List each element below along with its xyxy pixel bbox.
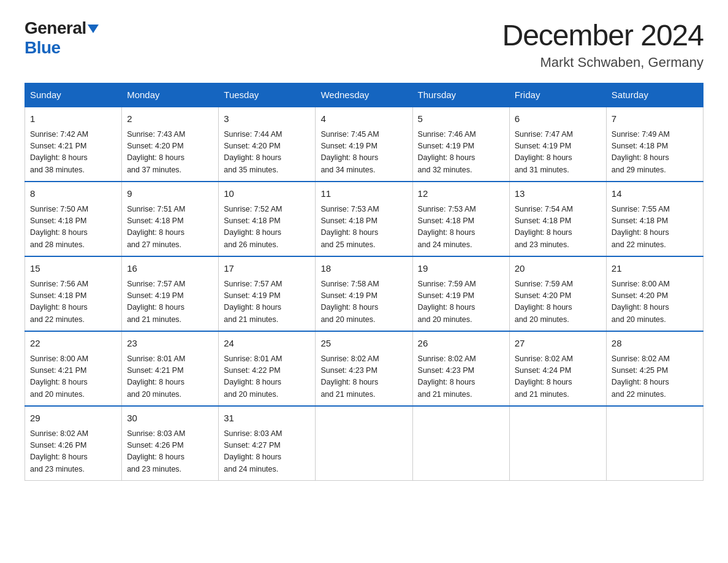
day-info: Sunrise: 8:02 AMSunset: 4:23 PMDaylight:… [320, 353, 407, 401]
day-number: 27 [515, 337, 601, 351]
day-info: Sunrise: 8:00 AMSunset: 4:20 PMDaylight:… [612, 278, 698, 326]
day-info: Sunrise: 7:56 AMSunset: 4:18 PMDaylight:… [30, 278, 116, 326]
day-number: 3 [224, 112, 310, 126]
day-cell: 15Sunrise: 7:56 AMSunset: 4:18 PMDayligh… [25, 256, 122, 331]
day-number: 29 [30, 412, 116, 426]
day-number: 19 [418, 262, 504, 276]
day-info: Sunrise: 7:42 AMSunset: 4:21 PMDaylight:… [30, 129, 116, 177]
day-cell: 23Sunrise: 8:01 AMSunset: 4:21 PMDayligh… [122, 331, 219, 406]
day-info: Sunrise: 7:53 AMSunset: 4:18 PMDaylight:… [320, 204, 407, 251]
day-number: 8 [30, 187, 116, 201]
week-row-4: 22Sunrise: 8:00 AMSunset: 4:21 PMDayligh… [25, 331, 703, 406]
day-number: 17 [224, 262, 310, 276]
day-cell: 9Sunrise: 7:51 AMSunset: 4:18 PMDaylight… [122, 182, 219, 256]
day-cell: 3Sunrise: 7:44 AMSunset: 4:20 PMDaylight… [219, 107, 316, 182]
day-info: Sunrise: 8:02 AMSunset: 4:26 PMDaylight:… [30, 428, 116, 476]
day-number: 31 [224, 412, 310, 426]
col-header-thursday: Thursday [412, 83, 509, 107]
day-number: 15 [30, 262, 116, 276]
day-info: Sunrise: 8:03 AMSunset: 4:27 PMDaylight:… [224, 428, 310, 476]
title-section: December 2024 Markt Schwaben, Germany [502, 18, 703, 71]
day-cell: 17Sunrise: 7:57 AMSunset: 4:19 PMDayligh… [219, 256, 316, 331]
day-cell: 30Sunrise: 8:03 AMSunset: 4:26 PMDayligh… [122, 406, 219, 481]
day-cell: 6Sunrise: 7:47 AMSunset: 4:19 PMDaylight… [509, 107, 606, 182]
day-number: 5 [418, 112, 504, 126]
day-number: 26 [418, 337, 504, 351]
day-number: 13 [515, 187, 601, 201]
day-info: Sunrise: 7:47 AMSunset: 4:19 PMDaylight:… [515, 129, 601, 177]
week-row-3: 15Sunrise: 7:56 AMSunset: 4:18 PMDayligh… [25, 256, 703, 331]
day-number: 16 [127, 262, 213, 276]
day-info: Sunrise: 7:51 AMSunset: 4:18 PMDaylight:… [127, 204, 213, 251]
day-info: Sunrise: 7:46 AMSunset: 4:19 PMDaylight:… [418, 129, 504, 177]
logo-triangle-icon [88, 25, 99, 33]
day-number: 20 [515, 262, 601, 276]
day-info: Sunrise: 7:43 AMSunset: 4:20 PMDaylight:… [127, 129, 213, 177]
day-info: Sunrise: 7:49 AMSunset: 4:18 PMDaylight:… [612, 129, 698, 177]
day-number: 1 [30, 112, 116, 126]
day-info: Sunrise: 7:59 AMSunset: 4:20 PMDaylight:… [515, 278, 601, 326]
day-cell: 4Sunrise: 7:45 AMSunset: 4:19 PMDaylight… [316, 107, 412, 182]
day-info: Sunrise: 7:44 AMSunset: 4:20 PMDaylight:… [224, 129, 310, 177]
day-info: Sunrise: 8:01 AMSunset: 4:22 PMDaylight:… [224, 353, 310, 401]
day-cell: 11Sunrise: 7:53 AMSunset: 4:18 PMDayligh… [316, 182, 412, 256]
day-cell [606, 406, 703, 481]
day-cell: 5Sunrise: 7:46 AMSunset: 4:19 PMDaylight… [412, 107, 509, 182]
day-cell: 2Sunrise: 7:43 AMSunset: 4:20 PMDaylight… [122, 107, 219, 182]
day-cell: 14Sunrise: 7:55 AMSunset: 4:18 PMDayligh… [606, 182, 703, 256]
day-info: Sunrise: 8:00 AMSunset: 4:21 PMDaylight:… [30, 353, 116, 401]
day-cell: 31Sunrise: 8:03 AMSunset: 4:27 PMDayligh… [219, 406, 316, 481]
col-header-tuesday: Tuesday [219, 83, 316, 107]
calendar-subtitle: Markt Schwaben, Germany [502, 55, 703, 71]
day-number: 10 [224, 187, 310, 201]
day-info: Sunrise: 8:03 AMSunset: 4:26 PMDaylight:… [127, 428, 213, 476]
day-cell: 10Sunrise: 7:52 AMSunset: 4:18 PMDayligh… [219, 182, 316, 256]
week-row-1: 1Sunrise: 7:42 AMSunset: 4:21 PMDaylight… [25, 107, 703, 182]
day-info: Sunrise: 7:45 AMSunset: 4:19 PMDaylight:… [320, 129, 407, 177]
calendar-title: December 2024 [502, 18, 703, 52]
day-number: 7 [612, 112, 698, 126]
day-number: 18 [320, 262, 407, 276]
calendar-header-row: SundayMondayTuesdayWednesdayThursdayFrid… [25, 83, 703, 107]
col-header-friday: Friday [509, 83, 606, 107]
calendar-table: SundayMondayTuesdayWednesdayThursdayFrid… [25, 83, 703, 481]
day-info: Sunrise: 8:02 AMSunset: 4:23 PMDaylight:… [418, 353, 504, 401]
day-info: Sunrise: 7:52 AMSunset: 4:18 PMDaylight:… [224, 204, 310, 251]
day-cell: 22Sunrise: 8:00 AMSunset: 4:21 PMDayligh… [25, 331, 122, 406]
day-cell: 12Sunrise: 7:53 AMSunset: 4:18 PMDayligh… [412, 182, 509, 256]
day-cell: 8Sunrise: 7:50 AMSunset: 4:18 PMDaylight… [25, 182, 122, 256]
day-cell: 21Sunrise: 8:00 AMSunset: 4:20 PMDayligh… [606, 256, 703, 331]
day-number: 25 [320, 337, 407, 351]
week-row-5: 29Sunrise: 8:02 AMSunset: 4:26 PMDayligh… [25, 406, 703, 481]
day-cell: 7Sunrise: 7:49 AMSunset: 4:18 PMDaylight… [606, 107, 703, 182]
day-number: 30 [127, 412, 213, 426]
week-row-2: 8Sunrise: 7:50 AMSunset: 4:18 PMDaylight… [25, 182, 703, 256]
day-info: Sunrise: 8:01 AMSunset: 4:21 PMDaylight:… [127, 353, 213, 401]
day-cell: 26Sunrise: 8:02 AMSunset: 4:23 PMDayligh… [412, 331, 509, 406]
logo: General Blue [25, 18, 99, 58]
day-cell [509, 406, 606, 481]
day-info: Sunrise: 8:02 AMSunset: 4:25 PMDaylight:… [612, 353, 698, 401]
day-info: Sunrise: 7:55 AMSunset: 4:18 PMDaylight:… [612, 204, 698, 251]
day-cell: 19Sunrise: 7:59 AMSunset: 4:19 PMDayligh… [412, 256, 509, 331]
day-info: Sunrise: 7:50 AMSunset: 4:18 PMDaylight:… [30, 204, 116, 251]
logo-blue-text: Blue [25, 38, 61, 57]
day-cell: 27Sunrise: 8:02 AMSunset: 4:24 PMDayligh… [509, 331, 606, 406]
day-info: Sunrise: 7:53 AMSunset: 4:18 PMDaylight:… [418, 204, 504, 251]
col-header-monday: Monday [122, 83, 219, 107]
col-header-saturday: Saturday [606, 83, 703, 107]
day-cell: 29Sunrise: 8:02 AMSunset: 4:26 PMDayligh… [25, 406, 122, 481]
day-number: 22 [30, 337, 116, 351]
logo-general-text: General [25, 18, 86, 37]
day-cell: 24Sunrise: 8:01 AMSunset: 4:22 PMDayligh… [219, 331, 316, 406]
day-cell: 18Sunrise: 7:58 AMSunset: 4:19 PMDayligh… [316, 256, 412, 331]
day-cell [412, 406, 509, 481]
day-number: 28 [612, 337, 698, 351]
col-header-sunday: Sunday [25, 83, 122, 107]
day-cell: 1Sunrise: 7:42 AMSunset: 4:21 PMDaylight… [25, 107, 122, 182]
day-cell: 16Sunrise: 7:57 AMSunset: 4:19 PMDayligh… [122, 256, 219, 331]
day-number: 4 [320, 112, 407, 126]
day-number: 9 [127, 187, 213, 201]
day-number: 12 [418, 187, 504, 201]
page-header: General Blue December 2024 Markt Schwabe… [25, 18, 703, 71]
